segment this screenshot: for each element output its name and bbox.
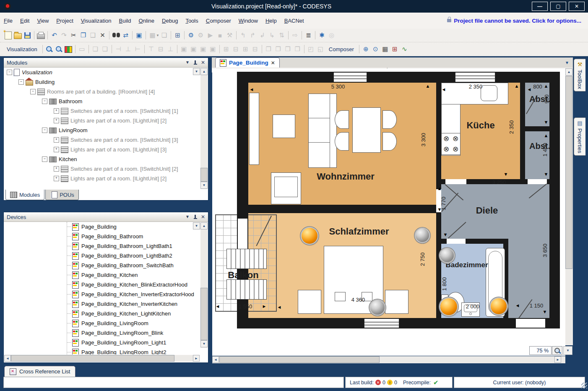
canvas-vscroll-thumb[interactable] bbox=[565, 76, 572, 269]
menu-project[interactable]: Project bbox=[52, 18, 77, 24]
align-left-icon[interactable]: ⊣ bbox=[114, 44, 123, 54]
expand-icon[interactable]: + bbox=[54, 147, 59, 152]
tab-close-icon[interactable]: ✕ bbox=[271, 60, 275, 66]
size-to-grid-icon[interactable]: ▣ bbox=[208, 44, 218, 54]
panel-menu-icon[interactable]: ▼ bbox=[185, 215, 190, 219]
module-tree-item[interactable]: +Switches are part of a room. [ISwitchUn… bbox=[4, 164, 200, 174]
paste-icon[interactable]: ❑ bbox=[88, 31, 98, 40]
pin-icon[interactable] bbox=[193, 60, 197, 65]
frame-selection-icon[interactable]: ▭ bbox=[77, 44, 87, 54]
make-same-width-icon[interactable]: ▣ bbox=[179, 44, 189, 54]
menu-online[interactable]: Online bbox=[135, 18, 158, 24]
menu-bacnet[interactable]: BACNet bbox=[281, 18, 308, 24]
collapse-icon[interactable]: − bbox=[18, 79, 24, 85]
open-file-icon[interactable] bbox=[13, 31, 23, 40]
module-tree-item[interactable]: −Visualization bbox=[4, 68, 200, 77]
lamp-bedroom-off-2[interactable] bbox=[370, 300, 385, 315]
scroll-left-button[interactable]: ◄ bbox=[212, 356, 219, 363]
menu-help[interactable]: Help bbox=[262, 18, 281, 24]
device-list-item[interactable]: Page_Building_LivingRoom bbox=[4, 318, 200, 328]
align-middle-icon[interactable]: ⊟ bbox=[156, 44, 166, 54]
maximize-button[interactable]: ▢ bbox=[550, 2, 566, 11]
find-icon[interactable] bbox=[111, 31, 121, 40]
module-tree-item[interactable]: +Lights are part of a room. [ILightUnit]… bbox=[4, 145, 200, 154]
compos-rename-icon[interactable]: ⊙ bbox=[371, 44, 380, 54]
make-same-height-icon[interactable]: ▣ bbox=[189, 44, 198, 54]
make-same-size-icon[interactable]: ▣ bbox=[198, 44, 208, 54]
compos-update-icon[interactable]: ⊕ bbox=[361, 44, 371, 54]
compos-trend-icon[interactable]: ∿ bbox=[400, 44, 409, 54]
close-icon[interactable]: ✕ bbox=[201, 60, 205, 65]
copy-icon[interactable]: ❐ bbox=[78, 31, 88, 40]
module-tree-item[interactable]: +Lights are part of a room. [ILightUnit]… bbox=[4, 174, 200, 183]
visualization-canvas[interactable]: ⊗⊗⊗⊗WohnzimmerSchlafzimmerKücheAbst.Abst… bbox=[212, 68, 565, 356]
element-list-icon[interactable] bbox=[64, 44, 73, 54]
device-list-item[interactable]: Page_Building_Bathroom_LightBath2 bbox=[4, 251, 200, 261]
close-icon[interactable]: ✕ bbox=[201, 215, 205, 219]
cross-reference-tab[interactable]: Cross Reference List bbox=[4, 366, 75, 377]
background-icon[interactable]: ◰ bbox=[306, 44, 316, 54]
devices-scroll-thumb[interactable] bbox=[200, 288, 208, 340]
build-icon[interactable]: ⊞ bbox=[173, 31, 182, 40]
module-tree-item[interactable]: +Lights are part of a room. [ILightUnit]… bbox=[4, 116, 200, 125]
menu-visualization[interactable]: Visualization bbox=[77, 18, 115, 24]
expand-icon[interactable]: + bbox=[54, 137, 59, 143]
stop-icon[interactable]: ■ bbox=[215, 31, 225, 40]
tree-dropdown-button[interactable]: ▼ bbox=[193, 222, 200, 229]
save-warning[interactable]: Project file cannot be saved. Click for … bbox=[447, 18, 581, 24]
options-icon[interactable]: ✱ bbox=[317, 31, 327, 40]
scroll-left-button[interactable]: ◄ bbox=[4, 355, 11, 362]
module-tree-item[interactable]: −Building bbox=[4, 77, 200, 87]
device-list-item[interactable]: Page_Building_Kitchen_InverterKitchen bbox=[4, 299, 200, 309]
module-tree-item[interactable]: −Kitchen bbox=[4, 154, 200, 164]
step-over-icon[interactable]: ↰ bbox=[238, 31, 248, 40]
resize-grip[interactable] bbox=[581, 383, 587, 388]
force-values-icon[interactable]: ⇨ bbox=[290, 31, 300, 40]
device-list-item[interactable]: Page_Building_LivingRoom_Blink bbox=[4, 328, 200, 338]
replace-icon[interactable]: ⇄ bbox=[121, 31, 130, 40]
ungroup-icon[interactable]: ❏ bbox=[100, 44, 110, 54]
scroll-down-button[interactable]: ▼ bbox=[200, 340, 208, 347]
align-bottom-icon[interactable]: ⊥ bbox=[166, 44, 175, 54]
collapse-icon[interactable]: − bbox=[30, 89, 36, 94]
interface-editor-icon[interactable] bbox=[44, 44, 54, 54]
decrease-space-icon[interactable]: ⊟ bbox=[250, 44, 260, 54]
panel-tab-pous[interactable]: POUs bbox=[45, 190, 79, 200]
new-file-icon[interactable] bbox=[3, 31, 13, 40]
canvas-hscrollbar[interactable]: ◄ ► bbox=[212, 356, 565, 363]
collapse-icon[interactable]: − bbox=[42, 156, 47, 162]
new-object-icon[interactable]: ❏ bbox=[159, 31, 169, 40]
canvas-hscroll-thumb[interactable] bbox=[219, 356, 380, 363]
tab-page-building[interactable]: Page_Building ✕ bbox=[215, 57, 280, 68]
scroll-down-button[interactable]: ▼ bbox=[200, 182, 208, 189]
menu-debug[interactable]: Debug bbox=[158, 18, 182, 24]
menu-view[interactable]: View bbox=[33, 18, 52, 24]
side-tab-properties[interactable]: ▤Properties bbox=[574, 117, 585, 156]
single-cycle-icon[interactable]: ⚒ bbox=[225, 31, 234, 40]
align-right-icon[interactable]: ⊢ bbox=[133, 44, 143, 54]
align-center-icon[interactable]: ⊥ bbox=[123, 44, 133, 54]
expand-icon[interactable]: + bbox=[54, 166, 59, 172]
menu-build[interactable]: Build bbox=[115, 18, 135, 24]
send-backward-icon[interactable]: ❒ bbox=[283, 44, 293, 54]
watch-icon[interactable]: ≣ bbox=[304, 31, 313, 40]
dropdown-arrow-icon[interactable]: ▼ bbox=[156, 34, 159, 37]
composer-toolbar-label[interactable]: Composer bbox=[329, 46, 354, 52]
device-list-item[interactable]: Page_Building_Kitchen_LightKitchen bbox=[4, 309, 200, 318]
scroll-up-button[interactable]: ▲ bbox=[200, 68, 208, 75]
compos-modules-icon[interactable]: ▦ bbox=[380, 44, 390, 54]
tab-list-dropdown-icon[interactable]: ▼ bbox=[565, 60, 569, 65]
compos-add-library-icon[interactable]: ⊞ bbox=[390, 44, 400, 54]
lamp-bathroom-off[interactable] bbox=[440, 249, 454, 262]
login-icon[interactable]: ⚙ bbox=[186, 31, 196, 40]
foreground-icon[interactable]: ◱ bbox=[316, 44, 325, 54]
input-assistant-icon[interactable]: ▣ bbox=[134, 31, 144, 40]
module-tree-item[interactable]: +Switches are part of a room. [ISwitchUn… bbox=[4, 135, 200, 145]
space-vertical-icon[interactable]: ⊟ bbox=[231, 44, 241, 54]
menu-composer[interactable]: Composer bbox=[202, 18, 235, 24]
scroll-right-button[interactable]: ► bbox=[554, 356, 561, 363]
device-list-item[interactable]: Page_Building_Bathroom bbox=[4, 232, 200, 241]
hotspot-editor-icon[interactable] bbox=[54, 44, 64, 54]
module-tree-item[interactable]: +Switches are part of a room. [ISwitchUn… bbox=[4, 106, 200, 116]
visualization-toolbar-label[interactable]: Visualization bbox=[7, 46, 37, 52]
